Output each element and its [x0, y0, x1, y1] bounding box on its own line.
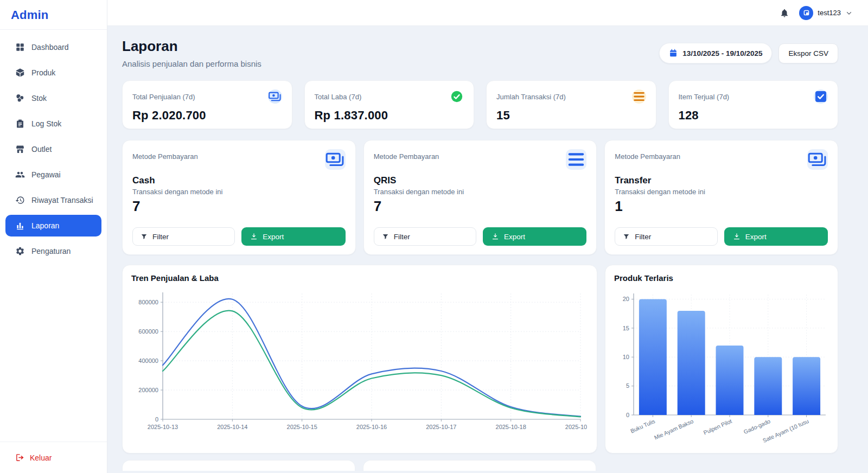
svg-text:600000: 600000	[138, 328, 158, 335]
svg-text:Pulpen Pilot: Pulpen Pilot	[703, 418, 733, 436]
partial-cards-row	[122, 460, 838, 471]
payment-method-description: Transaksi dengan metode ini	[132, 188, 346, 196]
sidebar-item-laporan[interactable]: Laporan	[5, 215, 101, 237]
check-circle-icon	[450, 90, 464, 104]
stat-value: 15	[496, 108, 646, 123]
svg-text:2025-10-15: 2025-10-15	[287, 424, 317, 430]
sidebar: Admin Dashboard Produk Stok Log Stok Out…	[0, 0, 107, 473]
charts-row: Tren Penjualan & Laba 020000040000060000…	[122, 265, 838, 453]
sales-profit-line-chart: 02000004000006000008000002025-10-132025-…	[131, 287, 587, 437]
filter-label: Filter	[394, 233, 410, 241]
filter-button[interactable]: Filter	[374, 227, 476, 246]
partial-card	[363, 460, 596, 471]
stat-card-jumlah-transaksi: Jumlah Transaksi (7d) 15	[486, 80, 656, 129]
export-button[interactable]: Export	[724, 227, 828, 246]
logout-label: Keluar	[30, 453, 52, 462]
export-button[interactable]: Export	[483, 227, 586, 246]
content: Laporan Analisis penjualan dan performa …	[107, 26, 868, 473]
calendar-icon	[669, 49, 678, 57]
stats-row: Total Penjualan (7d) Rp 2.020.700 Total …	[122, 80, 838, 129]
stat-value: 128	[679, 108, 828, 123]
date-range-picker[interactable]: 13/10/2025 - 19/10/2025	[659, 43, 772, 63]
filter-label: Filter	[152, 233, 169, 241]
banknote-icon	[325, 149, 346, 170]
svg-text:0: 0	[155, 416, 158, 423]
gear-icon	[15, 246, 25, 256]
export-label: Export	[745, 233, 767, 241]
payment-method-description: Transaksi dengan metode ini	[374, 188, 587, 196]
sidebar-item-label: Log Stok	[31, 119, 61, 128]
svg-text:10: 10	[623, 354, 629, 360]
sidebar-item-label: Pegawai	[31, 170, 61, 179]
sidebar-item-log-stok[interactable]: Log Stok	[5, 113, 101, 135]
svg-text:2025-10-13: 2025-10-13	[148, 424, 178, 430]
svg-text:15: 15	[623, 325, 629, 331]
history-icon	[15, 195, 25, 205]
sidebar-item-label: Laporan	[31, 221, 59, 230]
bar-chart-icon	[15, 221, 25, 231]
clipboard-icon	[15, 119, 25, 129]
line-chart-title: Tren Penjualan & Laba	[131, 273, 588, 283]
sidebar-item-outlet[interactable]: Outlet	[5, 138, 101, 160]
svg-text:2025-10-19: 2025-10-19	[565, 424, 587, 430]
export-button[interactable]: Export	[241, 227, 345, 246]
stat-value: Rp 2.020.700	[132, 108, 282, 123]
username: test123	[818, 9, 841, 17]
payment-card-label: Metode Pembayaran	[615, 149, 680, 161]
svg-text:5: 5	[626, 382, 629, 389]
filter-button[interactable]: Filter	[615, 227, 717, 246]
stat-label: Jumlah Transaksi (7d)	[496, 93, 566, 101]
sidebar-item-label: Produk	[31, 68, 55, 77]
avatar	[799, 6, 813, 20]
svg-text:0: 0	[626, 412, 629, 418]
stat-label: Total Penjualan (7d)	[132, 93, 195, 101]
sidebar-item-label: Outlet	[31, 145, 52, 154]
payment-card-label: Metode Pembayaran	[132, 149, 198, 161]
sidebar-item-riwayat-transaksi[interactable]: Riwayat Transaksi	[5, 189, 101, 211]
sidebar-item-pegawai[interactable]: Pegawai	[5, 164, 101, 186]
notifications-bell-icon[interactable]	[780, 8, 789, 18]
store-icon	[15, 144, 25, 154]
sidebar-item-produk[interactable]: Produk	[5, 62, 101, 84]
svg-text:Mie Ayam Bakso: Mie Ayam Bakso	[653, 418, 694, 441]
filter-label: Filter	[635, 233, 651, 241]
svg-text:200000: 200000	[138, 387, 158, 393]
export-csv-button[interactable]: Ekspor CSV	[778, 43, 838, 63]
svg-text:2025-10-16: 2025-10-16	[356, 424, 387, 430]
logout-icon	[15, 453, 24, 462]
stat-card-item-terjual: Item Terjual (7d) 128	[668, 80, 839, 129]
logout-button[interactable]: Keluar	[5, 450, 101, 465]
banknote-icon	[268, 90, 282, 104]
svg-text:Buku Tulis: Buku Tulis	[629, 418, 656, 434]
top-products-bar-chart: 05101520Buku TulisMie Ayam BaksoPulpen P…	[614, 287, 830, 450]
payment-card-transfer: Metode Pembayaran Transfer Transaksi den…	[604, 140, 838, 255]
top-products-card: Produk Terlaris 05101520Buku TulisMie Ay…	[605, 265, 838, 453]
brand-name: Admin	[11, 8, 96, 22]
sidebar-footer: Keluar	[0, 442, 107, 473]
payment-methods-row: Metode Pembayaran Cash Transaksi dengan …	[122, 140, 838, 255]
page-title: Laporan	[122, 38, 261, 55]
payment-card-cash: Metode Pembayaran Cash Transaksi dengan …	[122, 140, 356, 255]
sidebar-item-label: Stok	[31, 94, 47, 103]
filter-button[interactable]: Filter	[132, 227, 235, 246]
svg-text:2025-10-18: 2025-10-18	[496, 424, 526, 430]
user-menu[interactable]: test123	[799, 6, 853, 20]
svg-text:20: 20	[623, 296, 629, 302]
svg-text:Gado-gado: Gado-gado	[743, 418, 771, 435]
dashboard-icon	[15, 42, 25, 52]
sidebar-item-stok[interactable]: Stok	[5, 87, 101, 109]
topbar: test123	[107, 0, 868, 26]
svg-text:2025-10-17: 2025-10-17	[426, 424, 456, 430]
sidebar-item-dashboard[interactable]: Dashboard	[5, 36, 101, 58]
payment-card-label: Metode Pembayaran	[374, 149, 439, 161]
stat-label: Total Laba (7d)	[315, 93, 362, 101]
export-label: Export	[263, 233, 284, 241]
download-icon	[733, 233, 741, 240]
funnel-icon	[141, 233, 148, 240]
sidebar-nav: Dashboard Produk Stok Log Stok Outlet Pe…	[0, 30, 107, 442]
stat-label: Item Terjual (7d)	[679, 93, 730, 101]
bar-chart-title: Produk Terlaris	[614, 273, 829, 283]
coins-icon	[15, 93, 25, 103]
sidebar-item-pengaturan[interactable]: Pengaturan	[5, 240, 101, 262]
download-icon	[492, 233, 499, 240]
